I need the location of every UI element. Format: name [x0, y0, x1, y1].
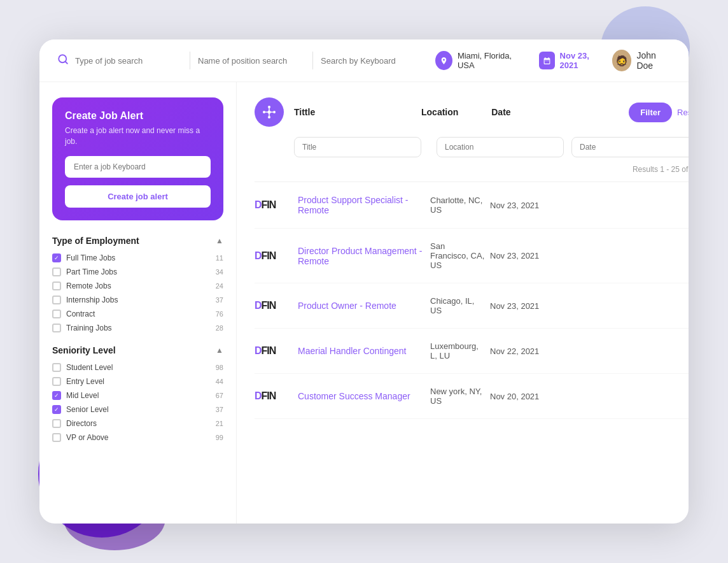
job-location: Charlotte, NC, US — [430, 196, 485, 215]
filter-count: 37 — [216, 406, 223, 413]
title-filter-input[interactable] — [294, 137, 421, 157]
filter-item-left: Mid Level — [52, 391, 99, 400]
filter-label: Full Time Jobs — [66, 253, 115, 262]
employment-type-chevron-icon[interactable]: ▲ — [216, 236, 223, 245]
nav-divider-1 — [190, 52, 190, 69]
filter-item-left: Contract — [52, 310, 95, 318]
search-inputs-row — [255, 137, 689, 157]
job-date: Nov 20, 2021 — [490, 392, 617, 401]
job-list-header: Tittle Location Date Filter Reset — [255, 97, 689, 127]
seniority-level-items: Student Level 98 Entry Level 44 Mid Leve… — [52, 363, 223, 442]
filter-count: 34 — [216, 268, 223, 276]
filter-item-left: Training Jobs — [52, 324, 112, 332]
job-list-area: Tittle Location Date Filter Reset Result… — [237, 82, 689, 524]
employment-type-items: Full Time Jobs 11 Part Time Jobs 34 Remo… — [52, 253, 223, 332]
job-location: Chicago, IL, US — [430, 296, 485, 315]
job-date: Nov 22, 2021 — [490, 346, 617, 356]
user-name: John Doe — [636, 50, 671, 71]
job-title-link[interactable]: Product Owner - Remote — [298, 301, 425, 311]
filter-item-left: Part Time Jobs — [52, 267, 117, 276]
filter-count: 44 — [216, 378, 223, 385]
avatar: 🧔 — [612, 50, 631, 71]
checkbox[interactable] — [52, 363, 61, 372]
location-filter-input[interactable] — [437, 137, 564, 157]
job-date: Nov 23, 2021 — [490, 301, 617, 311]
job-alert-input[interactable] — [65, 156, 211, 178]
checkbox[interactable] — [52, 405, 61, 414]
filter-label: Mid Level — [66, 391, 99, 400]
filter-item-left: Full Time Jobs — [52, 253, 115, 262]
filter-count: 28 — [216, 324, 223, 332]
dfin-logo: DFIN — [255, 199, 276, 211]
filter-count: 99 — [216, 434, 223, 441]
dfin-logo: DFIN — [255, 250, 276, 262]
list-item: Entry Level 44 — [52, 377, 223, 386]
filter-controls: Filter Reset — [629, 103, 689, 122]
location-text: Miami, Florida, USA — [458, 51, 524, 70]
filter-label: Entry Level — [66, 377, 104, 386]
filter-button[interactable]: Filter — [629, 103, 672, 122]
list-item: Contract 76 — [52, 310, 223, 318]
checkbox[interactable] — [52, 253, 61, 262]
position-search-input[interactable] — [198, 56, 305, 66]
job-alert-card: Create Job Alert Create a job alert now … — [52, 97, 223, 220]
filter-count: 24 — [216, 282, 223, 290]
job-title-link[interactable]: Director Product Management - Remote — [298, 246, 425, 266]
col-date: Date — [491, 107, 619, 117]
table-row: DFIN Product Owner - Remote Chicago, IL,… — [255, 283, 689, 329]
user-profile[interactable]: 🧔 John Doe — [612, 50, 671, 71]
location-group: Miami, Florida, USA — [435, 51, 524, 70]
checkbox[interactable] — [52, 324, 61, 332]
filter-count: 21 — [216, 420, 223, 427]
list-item: Part Time Jobs 34 — [52, 267, 223, 276]
job-location: Luxembourg, L, LU — [430, 341, 485, 360]
list-item: Senior Level 37 — [52, 405, 223, 414]
reset-button[interactable]: Reset — [677, 108, 689, 117]
job-type-search-input[interactable] — [75, 56, 182, 66]
job-date: Nov 23, 2021 — [490, 201, 617, 210]
checkbox[interactable] — [52, 391, 61, 400]
filter-label: Remote Jobs — [66, 282, 111, 290]
checkbox[interactable] — [52, 419, 61, 428]
filter-label: Directors — [66, 419, 97, 428]
filter-item-left: Internship Jobs — [52, 296, 118, 304]
keyword-search-input[interactable] — [321, 56, 428, 66]
list-item: Student Level 98 — [52, 363, 223, 372]
seniority-level-title: Seniority Level — [52, 345, 116, 355]
seniority-level-filter: Seniority Level ▲ Student Level 98 Entry… — [52, 345, 223, 442]
employment-type-header: Type of Employment ▲ — [52, 236, 223, 246]
seniority-level-chevron-icon[interactable]: ▲ — [216, 346, 223, 355]
checkbox[interactable] — [52, 310, 61, 318]
checkbox[interactable] — [52, 267, 61, 276]
filter-label: Part Time Jobs — [66, 267, 117, 276]
job-rows: DFIN Product Support Specialist - Remote… — [255, 182, 689, 419]
checkbox[interactable] — [52, 377, 61, 386]
svg-point-3 — [268, 106, 270, 108]
job-date: Nov 23, 2021 — [490, 251, 617, 260]
table-row: DFIN Maerial Handler Contingent Luxembou… — [255, 329, 689, 374]
job-alert-title: Create Job Alert — [65, 110, 211, 122]
location-icon — [435, 51, 452, 70]
list-item: Mid Level 67 — [52, 391, 223, 400]
list-item: Training Jobs 28 — [52, 324, 223, 332]
list-item: Directors 21 — [52, 419, 223, 428]
main-content: Create Job Alert Create a job alert now … — [39, 82, 689, 524]
svg-line-1 — [65, 61, 67, 63]
results-count: Results 1 - 25 of 83 — [255, 165, 689, 174]
job-title-link[interactable]: Product Support Specialist - Remote — [298, 195, 425, 215]
filter-item-left: Remote Jobs — [52, 282, 111, 290]
checkbox[interactable] — [52, 296, 61, 304]
column-labels: Tittle Location Date — [294, 107, 619, 117]
filter-item-left: Student Level — [52, 363, 113, 372]
job-title-link[interactable]: Customer Success Manager — [298, 391, 425, 401]
dfin-logo: DFIN — [255, 390, 276, 402]
filter-count: 11 — [216, 254, 223, 262]
checkbox[interactable] — [52, 433, 61, 442]
filter-item-left: Senior Level — [52, 405, 109, 414]
checkbox[interactable] — [52, 282, 61, 290]
date-filter-input[interactable] — [571, 137, 689, 157]
create-job-alert-button[interactable]: Create job alert — [65, 185, 211, 208]
seniority-level-header: Seniority Level ▲ — [52, 345, 223, 355]
job-title-link[interactable]: Maerial Handler Contingent — [298, 346, 425, 356]
top-nav: Miami, Florida, USA Nov 23, 2021 🧔 John … — [39, 39, 689, 82]
